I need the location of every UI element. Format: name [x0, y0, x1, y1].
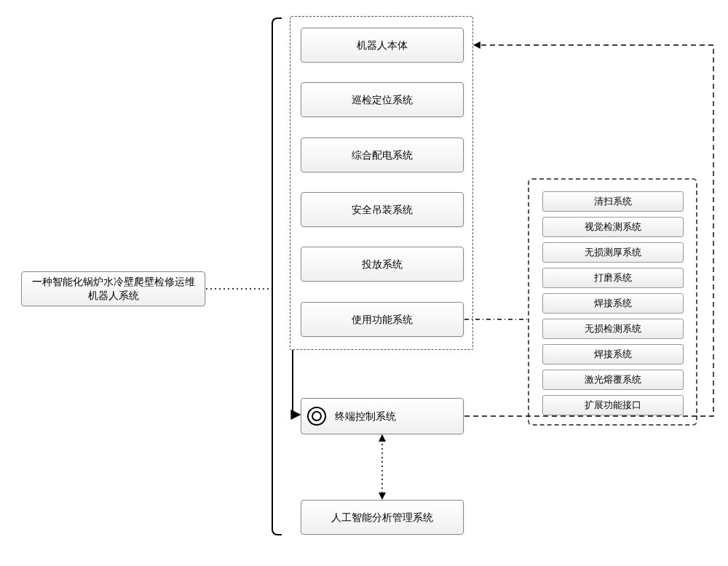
center-node-inspection-positioning: 巡检定位系统 — [301, 82, 464, 117]
center-dashed-group — [290, 16, 473, 350]
terminal-label: 终端控制系统 — [335, 410, 396, 423]
center-node-functional-system: 使用功能系统 — [301, 302, 464, 337]
ring-icon — [307, 407, 326, 426]
center-node-safety-hoisting: 安全吊装系统 — [301, 192, 464, 227]
fn-ndt: 无损检测系统 — [542, 319, 684, 339]
bracket — [272, 17, 282, 535]
fn-grinding: 打磨系统 — [542, 268, 684, 288]
fn-welding-2: 焊接系统 — [542, 344, 684, 364]
ai-node: 人工智能分析管理系统 — [301, 500, 464, 535]
fn-laser-cladding: 激光熔覆系统 — [542, 370, 684, 390]
root-node: 一种智能化锅炉水冷壁爬壁检修运维 机器人系统 — [21, 271, 205, 306]
center-node-placement: 投放系统 — [301, 247, 464, 282]
fn-extension: 扩展功能接口 — [542, 395, 684, 415]
center-node-power-distribution: 综合配电系统 — [301, 137, 464, 172]
center-node-robot-body: 机器人本体 — [301, 28, 464, 63]
fn-vision: 视觉检测系统 — [542, 217, 684, 237]
fn-clean: 清扫系统 — [542, 191, 684, 212]
fn-welding-1: 焊接系统 — [542, 293, 684, 314]
fn-thickness: 无损测厚系统 — [542, 242, 684, 263]
